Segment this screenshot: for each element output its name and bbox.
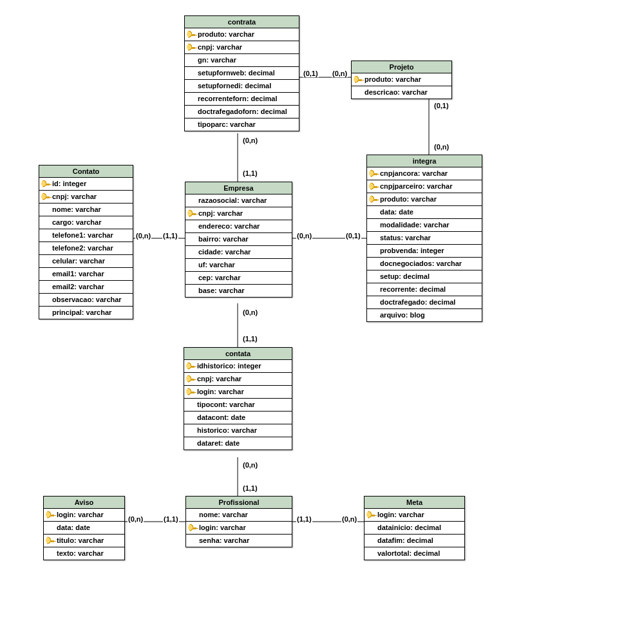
attr: email2: varchar	[39, 281, 133, 294]
attr: login: varchar	[365, 509, 464, 522]
attr: telefone2: varchar	[39, 242, 133, 255]
attr: cidade: varchar	[185, 246, 292, 259]
attr: cnpj: varchar	[185, 41, 299, 54]
attr: setup: decimal	[367, 270, 482, 283]
attr: doctrafegado: decimal	[367, 296, 482, 309]
entity-title: contata	[184, 348, 292, 360]
attr: bairro: varchar	[185, 233, 292, 246]
attr: texto: varchar	[44, 547, 124, 560]
attr: cnpjparceiro: varchar	[367, 180, 482, 193]
attr: cnpj: varchar	[185, 207, 292, 220]
cardinality: (0,1)	[345, 232, 361, 240]
attr: nome: varchar	[39, 204, 133, 216]
cardinality: (1,1)	[296, 515, 312, 523]
attr: tipocont: varchar	[184, 399, 292, 412]
entity-title: contrata	[185, 16, 299, 28]
attr: arquivo: blog	[367, 309, 482, 321]
attr: cargo: varchar	[39, 216, 133, 229]
cardinality: (0,n)	[332, 70, 348, 77]
cardinality: (1,1)	[162, 232, 178, 240]
attr: docnegociados: varchar	[367, 258, 482, 270]
attr: email1: varchar	[39, 268, 133, 281]
entity-meta: Metalogin: varchardatainicio: decimaldat…	[364, 496, 465, 560]
attr: data: date	[44, 522, 124, 535]
cardinality: (0,1)	[433, 102, 450, 109]
entity-title: Contato	[39, 166, 133, 178]
attr: setupfornedi: decimal	[185, 80, 299, 93]
cardinality: (0,n)	[242, 461, 258, 469]
attr: datainicio: decimal	[365, 522, 464, 535]
attr: datacont: date	[184, 412, 292, 424]
cardinality: (1,1)	[242, 484, 258, 492]
attr: status: varchar	[367, 232, 482, 245]
attr: data: date	[367, 206, 482, 219]
attr: cnpjancora: varchar	[367, 167, 482, 180]
attr: idhistorico: integer	[184, 360, 292, 373]
attr: observacao: varchar	[39, 294, 133, 307]
entity-title: Projeto	[352, 61, 451, 73]
entity-title: Aviso	[44, 497, 124, 509]
attr: cnpj: varchar	[184, 373, 292, 386]
cardinality: (1,1)	[163, 515, 179, 523]
attr: setupfornweb: decimal	[185, 67, 299, 80]
entity-contato: Contatoid: integercnpj: varcharnome: var…	[39, 165, 133, 319]
attr: principal: varchar	[39, 307, 133, 319]
attr: base: varchar	[185, 285, 292, 297]
attr: gn: varchar	[185, 54, 299, 67]
attr: probvenda: integer	[367, 245, 482, 258]
entity-aviso: Avisologin: varchardata: datetitulo: var…	[43, 496, 125, 560]
entity-contrata: contrataproduto: varcharcnpj: varchargn:…	[184, 15, 299, 131]
entity-contata: contataidhistorico: integercnpj: varchar…	[184, 347, 292, 450]
attr: descricao: varchar	[352, 86, 451, 99]
entity-title: Meta	[365, 497, 464, 509]
attr: senha: varchar	[186, 535, 292, 547]
attr: recorrenteforn: decimal	[185, 93, 299, 106]
attr: celular: varchar	[39, 255, 133, 268]
attr: produto: varchar	[367, 193, 482, 206]
attr: login: varchar	[184, 386, 292, 399]
attr: recorrente: decimal	[367, 283, 482, 296]
attr: login: varchar	[186, 522, 292, 535]
attr: doctrafegadoforn: decimal	[185, 106, 299, 118]
attr: historico: varchar	[184, 424, 292, 437]
cardinality: (0,n)	[242, 308, 258, 316]
attr: razaosocial: varchar	[185, 194, 292, 207]
attr: login: varchar	[44, 509, 124, 522]
cardinality: (1,1)	[242, 335, 258, 343]
entity-title: Empresa	[185, 182, 292, 194]
cardinality: (0,n)	[433, 143, 450, 151]
entity-title: integra	[367, 155, 482, 167]
entity-integra: integracnpjancora: varcharcnpjparceiro: …	[366, 155, 482, 322]
attr: datafim: decimal	[365, 535, 464, 547]
cardinality: (0,n)	[341, 515, 357, 523]
cardinality: (1,1)	[242, 169, 258, 177]
attr: cep: varchar	[185, 272, 292, 285]
cardinality: (0,n)	[135, 232, 151, 240]
cardinality: (0,n)	[128, 515, 144, 523]
attr: nome: varchar	[186, 509, 292, 522]
er-diagram: contrataproduto: varcharcnpj: varchargn:…	[0, 0, 644, 644]
attr: modalidade: varchar	[367, 219, 482, 232]
cardinality: (0,n)	[296, 232, 312, 240]
entity-title: Profissional	[186, 497, 292, 509]
entity-projeto: Projetoproduto: varchardescricao: varcha…	[351, 61, 452, 99]
attr: produto: varchar	[352, 73, 451, 86]
cardinality: (0,n)	[242, 137, 258, 144]
attr: valortotal: decimal	[365, 547, 464, 560]
attr: cnpj: varchar	[39, 191, 133, 204]
entity-profissional: Profissionalnome: varcharlogin: varchars…	[185, 496, 292, 547]
entity-empresa: Empresarazaosocial: varcharcnpj: varchar…	[185, 182, 292, 298]
cardinality: (0,1)	[303, 70, 319, 77]
attr: uf: varchar	[185, 259, 292, 272]
attr: tipoparc: varchar	[185, 118, 299, 131]
attr: titulo: varchar	[44, 535, 124, 547]
attr: id: integer	[39, 178, 133, 191]
attr: telefone1: varchar	[39, 229, 133, 242]
attr: endereco: varchar	[185, 220, 292, 233]
entity-attrs: produto: varcharcnpj: varchargn: varchar…	[185, 28, 299, 131]
attr: produto: varchar	[185, 28, 299, 41]
attr: dataret: date	[184, 437, 292, 450]
